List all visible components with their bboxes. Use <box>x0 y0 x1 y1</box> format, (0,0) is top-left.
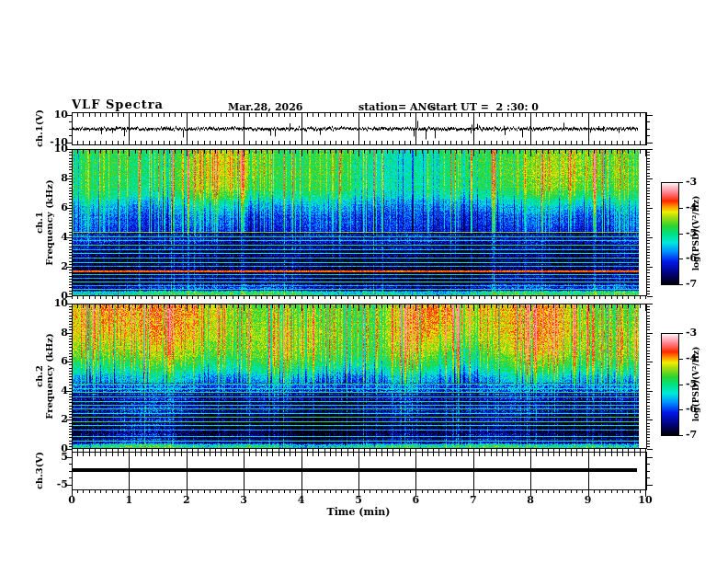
tick-label: 6 <box>402 495 429 505</box>
tick-label: 8 <box>40 327 68 338</box>
date-label: Mar.28, 2026 <box>228 101 303 113</box>
tick-label: -5 <box>686 228 697 238</box>
tick-label: 4 <box>40 385 68 396</box>
tick-label: 7 <box>460 495 487 505</box>
tick-label: 8 <box>40 173 68 183</box>
tick-label: -5 <box>686 379 697 389</box>
tick-label: -3 <box>686 177 697 187</box>
tick-label: -3 <box>686 327 697 338</box>
tick-label: 10 <box>40 298 68 308</box>
start-ut-label: start UT = 2 :30: 0 <box>430 101 539 113</box>
tick-label: -4 <box>686 202 697 213</box>
tick-label: 2 <box>173 495 200 505</box>
tick-label: 10 <box>40 109 68 120</box>
tick-label: 0 <box>58 495 85 505</box>
tick-label: -6 <box>686 404 697 414</box>
tick-label: 3 <box>230 495 257 505</box>
tick-label: -7 <box>686 430 697 440</box>
station-label: station= ANG <box>358 101 436 113</box>
tick-label: 10 <box>40 144 68 154</box>
vlf-spectra-figure: VLF Spectra Mar.28, 2026 station= ANG st… <box>0 0 728 563</box>
tick-label: 1 <box>115 495 142 505</box>
plot-canvas <box>0 0 728 563</box>
tick-label: 5 <box>40 452 68 462</box>
tick-label: 9 <box>574 495 602 505</box>
tick-label: -5 <box>40 479 68 489</box>
figure-title: VLF Spectra <box>72 98 164 111</box>
tick-label: 4 <box>288 495 315 505</box>
tick-label: 4 <box>40 232 68 242</box>
tick-label: 6 <box>40 202 68 213</box>
tick-label: 8 <box>517 495 544 505</box>
time-axis-label: Time (min) <box>313 506 404 518</box>
tick-label: 2 <box>40 414 68 424</box>
tick-label: 6 <box>40 356 68 366</box>
tick-label: 2 <box>40 261 68 271</box>
tick-label: -4 <box>686 353 697 363</box>
tick-label: 5 <box>345 495 372 505</box>
tick-label: -6 <box>686 253 697 263</box>
tick-label: -7 <box>686 279 697 289</box>
tick-label: 10 <box>631 495 659 505</box>
